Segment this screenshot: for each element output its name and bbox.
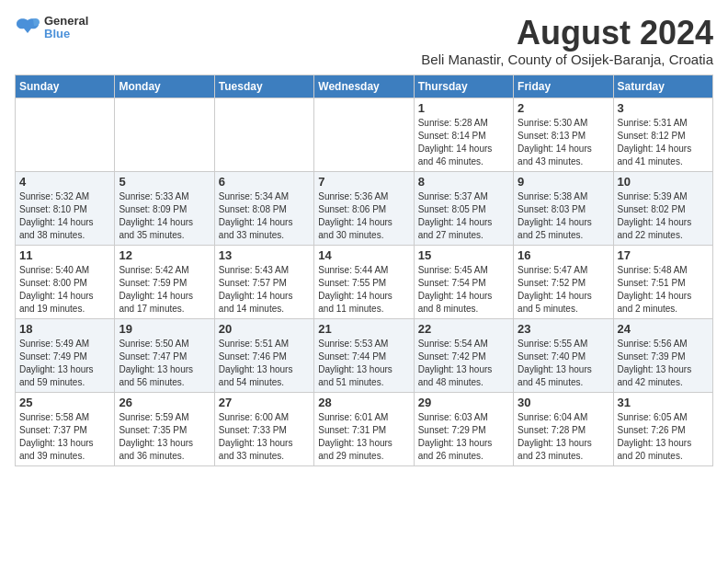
day-info: Sunrise: 5:37 AM Sunset: 8:05 PM Dayligh… (418, 190, 509, 242)
day-cell: 3Sunrise: 5:31 AM Sunset: 8:12 PM Daylig… (613, 98, 712, 171)
day-cell: 26Sunrise: 5:59 AM Sunset: 7:35 PM Dayli… (115, 392, 214, 465)
day-number: 15 (418, 248, 509, 262)
day-number: 14 (318, 248, 409, 262)
day-number: 31 (618, 396, 709, 409)
header-cell-wednesday: Wednesday (314, 75, 414, 98)
day-info: Sunrise: 5:50 AM Sunset: 7:47 PM Dayligh… (119, 338, 210, 389)
logo: General Blue (15, 15, 88, 41)
day-cell: 19Sunrise: 5:50 AM Sunset: 7:47 PM Dayli… (115, 318, 214, 392)
day-info: Sunrise: 6:00 AM Sunset: 7:33 PM Dayligh… (219, 411, 310, 463)
day-info: Sunrise: 6:01 AM Sunset: 7:31 PM Dayligh… (318, 411, 409, 463)
header: General Blue August 2024 Beli Manastir, … (15, 15, 713, 67)
day-info: Sunrise: 5:42 AM Sunset: 7:59 PM Dayligh… (119, 264, 210, 316)
day-number: 19 (119, 322, 210, 336)
day-cell: 16Sunrise: 5:47 AM Sunset: 7:52 PM Dayli… (514, 245, 613, 318)
logo-line2: Blue (44, 28, 88, 40)
day-number: 26 (119, 396, 210, 409)
day-info: Sunrise: 5:31 AM Sunset: 8:12 PM Dayligh… (618, 117, 709, 168)
logo-text: General Blue (44, 15, 88, 41)
day-cell: 1Sunrise: 5:28 AM Sunset: 8:14 PM Daylig… (414, 98, 513, 171)
week-row-4: 18Sunrise: 5:49 AM Sunset: 7:49 PM Dayli… (16, 318, 713, 392)
day-cell: 27Sunrise: 6:00 AM Sunset: 7:33 PM Dayli… (214, 392, 313, 465)
day-cell (16, 98, 115, 171)
day-info: Sunrise: 5:39 AM Sunset: 8:02 PM Dayligh… (618, 190, 709, 242)
day-info: Sunrise: 5:51 AM Sunset: 7:46 PM Dayligh… (219, 338, 310, 389)
calendar-body: 1Sunrise: 5:28 AM Sunset: 8:14 PM Daylig… (16, 98, 713, 465)
day-info: Sunrise: 5:45 AM Sunset: 7:54 PM Dayligh… (418, 264, 509, 316)
day-info: Sunrise: 5:30 AM Sunset: 8:13 PM Dayligh… (518, 117, 609, 168)
day-number: 29 (418, 396, 509, 409)
day-number: 6 (219, 175, 310, 189)
day-number: 9 (518, 175, 609, 189)
day-number: 27 (219, 396, 310, 409)
day-info: Sunrise: 5:55 AM Sunset: 7:40 PM Dayligh… (518, 338, 609, 389)
header-cell-monday: Monday (115, 75, 214, 98)
day-number: 5 (119, 175, 210, 189)
day-cell: 20Sunrise: 5:51 AM Sunset: 7:46 PM Dayli… (214, 318, 313, 392)
header-cell-tuesday: Tuesday (214, 75, 313, 98)
day-cell: 8Sunrise: 5:37 AM Sunset: 8:05 PM Daylig… (414, 171, 513, 245)
day-number: 24 (618, 322, 709, 336)
day-cell: 12Sunrise: 5:42 AM Sunset: 7:59 PM Dayli… (115, 245, 214, 318)
day-info: Sunrise: 5:48 AM Sunset: 7:51 PM Dayligh… (618, 264, 709, 316)
day-number: 8 (418, 175, 509, 189)
day-info: Sunrise: 6:05 AM Sunset: 7:26 PM Dayligh… (618, 411, 709, 463)
day-cell: 25Sunrise: 5:58 AM Sunset: 7:37 PM Dayli… (16, 392, 115, 465)
day-cell: 17Sunrise: 5:48 AM Sunset: 7:51 PM Dayli… (613, 245, 712, 318)
week-row-1: 1Sunrise: 5:28 AM Sunset: 8:14 PM Daylig… (16, 98, 713, 171)
day-cell: 6Sunrise: 5:34 AM Sunset: 8:08 PM Daylig… (214, 171, 313, 245)
header-cell-sunday: Sunday (16, 75, 115, 98)
day-cell: 30Sunrise: 6:04 AM Sunset: 7:28 PM Dayli… (514, 392, 613, 465)
day-number: 18 (19, 322, 110, 336)
calendar-header: SundayMondayTuesdayWednesdayThursdayFrid… (16, 75, 713, 98)
day-number: 12 (119, 248, 210, 262)
main-title: August 2024 (421, 15, 713, 52)
logo-icon (15, 17, 40, 39)
week-row-5: 25Sunrise: 5:58 AM Sunset: 7:37 PM Dayli… (16, 392, 713, 465)
day-info: Sunrise: 5:47 AM Sunset: 7:52 PM Dayligh… (518, 264, 609, 316)
day-cell: 15Sunrise: 5:45 AM Sunset: 7:54 PM Dayli… (414, 245, 513, 318)
day-info: Sunrise: 5:49 AM Sunset: 7:49 PM Dayligh… (19, 338, 110, 389)
day-cell: 31Sunrise: 6:05 AM Sunset: 7:26 PM Dayli… (613, 392, 712, 465)
day-number: 28 (318, 396, 409, 409)
header-cell-friday: Friday (514, 75, 613, 98)
day-cell: 2Sunrise: 5:30 AM Sunset: 8:13 PM Daylig… (514, 98, 613, 171)
day-info: Sunrise: 5:32 AM Sunset: 8:10 PM Dayligh… (19, 190, 110, 242)
week-row-3: 11Sunrise: 5:40 AM Sunset: 8:00 PM Dayli… (16, 245, 713, 318)
day-number: 13 (219, 248, 310, 262)
day-number: 22 (418, 322, 509, 336)
day-info: Sunrise: 6:04 AM Sunset: 7:28 PM Dayligh… (518, 411, 609, 463)
day-cell: 5Sunrise: 5:33 AM Sunset: 8:09 PM Daylig… (115, 171, 214, 245)
header-row: SundayMondayTuesdayWednesdayThursdayFrid… (16, 75, 713, 98)
day-number: 21 (318, 322, 409, 336)
day-info: Sunrise: 5:59 AM Sunset: 7:35 PM Dayligh… (119, 411, 210, 463)
day-number: 11 (19, 248, 110, 262)
day-cell (115, 98, 214, 171)
day-info: Sunrise: 5:33 AM Sunset: 8:09 PM Dayligh… (119, 190, 210, 242)
day-cell: 24Sunrise: 5:56 AM Sunset: 7:39 PM Dayli… (613, 318, 712, 392)
header-cell-saturday: Saturday (613, 75, 712, 98)
day-cell (214, 98, 313, 171)
day-cell: 29Sunrise: 6:03 AM Sunset: 7:29 PM Dayli… (414, 392, 513, 465)
day-info: Sunrise: 5:43 AM Sunset: 7:57 PM Dayligh… (219, 264, 310, 316)
calendar-table: SundayMondayTuesdayWednesdayThursdayFrid… (15, 75, 713, 466)
day-info: Sunrise: 5:38 AM Sunset: 8:03 PM Dayligh… (518, 190, 609, 242)
logo-line1: General (44, 15, 88, 28)
day-number: 30 (518, 396, 609, 409)
day-info: Sunrise: 5:56 AM Sunset: 7:39 PM Dayligh… (618, 338, 709, 389)
day-info: Sunrise: 5:40 AM Sunset: 8:00 PM Dayligh… (19, 264, 110, 316)
day-cell: 9Sunrise: 5:38 AM Sunset: 8:03 PM Daylig… (514, 171, 613, 245)
day-info: Sunrise: 5:54 AM Sunset: 7:42 PM Dayligh… (418, 338, 509, 389)
title-block: August 2024 Beli Manastir, County of Osi… (421, 15, 713, 67)
day-info: Sunrise: 5:36 AM Sunset: 8:06 PM Dayligh… (318, 190, 409, 242)
day-cell: 21Sunrise: 5:53 AM Sunset: 7:44 PM Dayli… (314, 318, 414, 392)
day-number: 25 (19, 396, 110, 409)
day-number: 16 (518, 248, 609, 262)
day-number: 23 (518, 322, 609, 336)
day-cell: 13Sunrise: 5:43 AM Sunset: 7:57 PM Dayli… (214, 245, 313, 318)
day-cell: 4Sunrise: 5:32 AM Sunset: 8:10 PM Daylig… (16, 171, 115, 245)
day-info: Sunrise: 5:53 AM Sunset: 7:44 PM Dayligh… (318, 338, 409, 389)
day-cell: 7Sunrise: 5:36 AM Sunset: 8:06 PM Daylig… (314, 171, 414, 245)
day-info: Sunrise: 5:44 AM Sunset: 7:55 PM Dayligh… (318, 264, 409, 316)
day-info: Sunrise: 5:34 AM Sunset: 8:08 PM Dayligh… (219, 190, 310, 242)
